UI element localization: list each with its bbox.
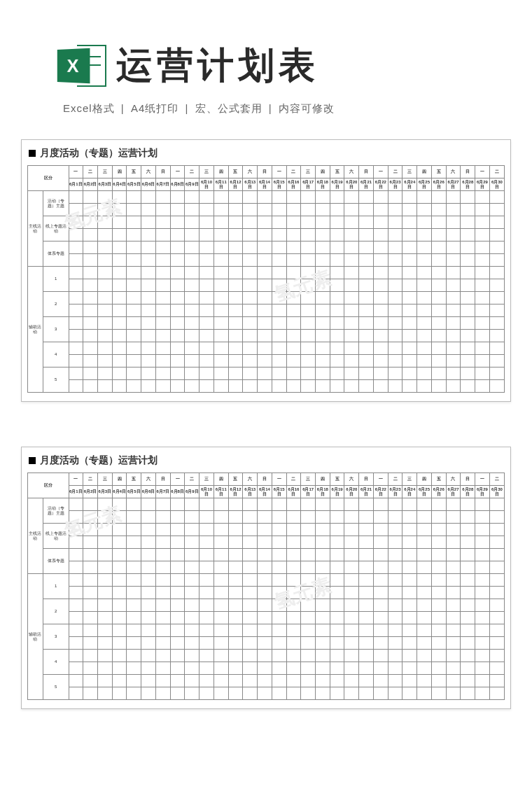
- plan-cell: [330, 574, 344, 587]
- plan-cell: [170, 355, 185, 368]
- plan-cell: [214, 254, 228, 267]
- plan-cell: [272, 599, 286, 612]
- plan-cell: [316, 216, 330, 229]
- plan-cell: [388, 687, 402, 700]
- plan-cell: [170, 561, 185, 574]
- plan-cell: [431, 587, 446, 599]
- plan-cell: [417, 292, 432, 304]
- plan-cell: [489, 587, 504, 599]
- date-header: 6月5日: [127, 178, 141, 191]
- plan-cell: [431, 267, 446, 279]
- plan-cell: [272, 254, 286, 267]
- plan-cell: [214, 662, 228, 675]
- plan-cell: [359, 204, 374, 216]
- weekday-header: 日: [461, 166, 475, 178]
- plan-cell: [170, 241, 185, 254]
- plan-cell: [112, 599, 127, 612]
- date-header: 6月6日: [141, 486, 156, 498]
- plan-cell: [97, 561, 112, 574]
- weekday-header: 三: [402, 166, 417, 178]
- plan-cell: [97, 549, 112, 561]
- plan-cell: [83, 561, 98, 574]
- plan-cell: [155, 687, 170, 700]
- date-header: 6月30日: [489, 178, 504, 191]
- plan-cell: [170, 549, 185, 561]
- plan-cell: [373, 637, 388, 650]
- plan-cell: [475, 536, 490, 549]
- plan-cell: [112, 191, 127, 204]
- weekday-header: 六: [344, 473, 359, 486]
- preview-stack: 氢元素氢元素月度活动（专题）运营计划区分一二三四五六日一二三四五六日一二三四五六…: [0, 115, 532, 730]
- plan-cell: [359, 599, 374, 612]
- plan-cell: [316, 549, 330, 561]
- plan-cell: [301, 342, 316, 355]
- plan-cell: [97, 191, 112, 204]
- plan-cell: [228, 536, 243, 549]
- plan-cell: [461, 355, 475, 368]
- plan-cell: [228, 675, 243, 687]
- date-header: 6月7日: [155, 486, 170, 498]
- plan-cell: [69, 498, 83, 511]
- plan-cell: [431, 650, 446, 662]
- plan-cell: [489, 254, 504, 267]
- row-label: 活动（专题）主题: [43, 498, 69, 524]
- plan-cell: [243, 511, 258, 524]
- plan-cell: [228, 241, 243, 254]
- plan-cell: [97, 279, 112, 292]
- plan-cell: [112, 254, 127, 267]
- date-header: 6月25日: [417, 486, 432, 498]
- date-header: 6月25日: [417, 178, 432, 191]
- row-label: 4: [43, 342, 69, 368]
- plan-cell: [127, 191, 141, 204]
- plan-cell: [69, 330, 83, 342]
- plan-cell: [200, 599, 214, 612]
- plan-cell: [200, 624, 214, 637]
- plan-cell: [155, 574, 170, 587]
- plan-cell: [316, 330, 330, 342]
- plan-cell: [330, 229, 344, 241]
- plan-cell: [185, 342, 200, 355]
- subtitle-part: 宏、公式套用: [191, 102, 265, 114]
- plan-cell: [402, 574, 417, 587]
- plan-cell: [243, 191, 258, 204]
- plan-cell: [272, 355, 286, 368]
- plan-cell: [185, 355, 200, 368]
- plan-cell: [185, 574, 200, 587]
- plan-cell: [431, 304, 446, 317]
- plan-cell: [388, 216, 402, 229]
- plan-cell: [344, 229, 359, 241]
- date-header: 6月5日: [127, 486, 141, 498]
- plan-cell: [373, 330, 388, 342]
- plan-cell: [243, 561, 258, 574]
- plan-cell: [228, 380, 243, 393]
- plan-cell: [461, 599, 475, 612]
- plan-cell: [402, 254, 417, 267]
- plan-cell: [258, 317, 272, 330]
- plan-cell: [461, 612, 475, 624]
- plan-cell: [316, 511, 330, 524]
- plan-cell: [141, 599, 156, 612]
- plan-cell: [431, 498, 446, 511]
- plan-cell: [489, 355, 504, 368]
- plan-cell: [446, 511, 461, 524]
- plan-cell: [388, 368, 402, 380]
- plan-cell: [402, 355, 417, 368]
- plan-cell: [127, 574, 141, 587]
- plan-cell: [141, 279, 156, 292]
- plan-cell: [388, 675, 402, 687]
- plan-cell: [475, 368, 490, 380]
- weekday-header: 四: [214, 166, 228, 178]
- bullet-icon: [29, 150, 36, 157]
- plan-cell: [402, 675, 417, 687]
- plan-cell: [489, 662, 504, 675]
- plan-cell: [286, 549, 301, 561]
- plan-cell: [461, 368, 475, 380]
- plan-cell: [344, 561, 359, 574]
- plan-cell: [272, 675, 286, 687]
- plan-cell: [155, 536, 170, 549]
- plan-cell: [170, 599, 185, 612]
- plan-cell: [170, 191, 185, 204]
- plan-cell: [258, 624, 272, 637]
- plan-cell: [402, 650, 417, 662]
- plan-cell: [200, 267, 214, 279]
